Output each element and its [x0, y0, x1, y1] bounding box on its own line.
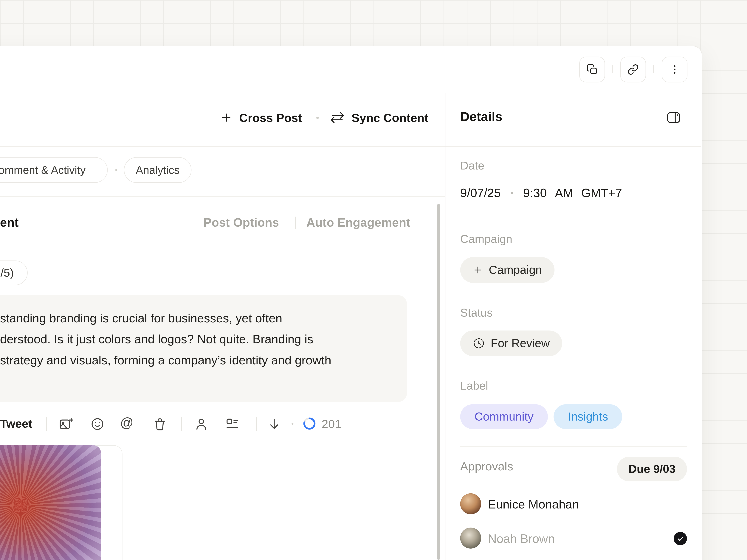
- add-campaign-label: Campaign: [489, 263, 542, 277]
- new-tweet-label[interactable]: Tweet: [0, 417, 32, 430]
- scheduled-date-value[interactable]: 9/07/25 9:30 AM GMT+7: [460, 186, 622, 200]
- thread-counter-pill: /5): [0, 260, 28, 285]
- cross-post-button[interactable]: Cross Post: [220, 106, 302, 130]
- approvals-label: Approvals: [460, 459, 513, 473]
- toolbar-separator: [46, 417, 47, 431]
- label-pill-insights[interactable]: Insights: [553, 404, 622, 429]
- clock-icon: [473, 337, 485, 349]
- toolbar-separator: [256, 417, 257, 431]
- timezone-value: GMT+7: [581, 186, 622, 200]
- due-date-badge[interactable]: Due 9/03: [617, 457, 687, 481]
- approver-name-eunice: Eunice Monahan: [488, 498, 579, 511]
- tweet-text-line: strategy and visuals, forming a company’…: [0, 349, 392, 370]
- content-header-separator: [295, 217, 295, 229]
- assign-user-button[interactable]: [195, 417, 208, 431]
- toolbar-dot-separator: [291, 423, 293, 425]
- plus-icon: [473, 265, 483, 275]
- tab-comment-activity-label: omment & Activity: [0, 163, 86, 177]
- due-date-text: Due 9/03: [628, 462, 676, 476]
- sync-arrows-icon: [330, 111, 345, 124]
- approver-name-noah: Noah Brown: [488, 532, 555, 545]
- button-separator: [653, 65, 654, 73]
- tweet-text-line: standing branding is crucial for busines…: [0, 308, 392, 328]
- trash-icon: [153, 417, 167, 431]
- tweet-text-line: derstood. Is it just colors and logos? N…: [0, 328, 392, 349]
- copy-icon: [586, 64, 598, 75]
- auto-engagement-tab[interactable]: Auto Engagement: [306, 216, 410, 230]
- button-separator: [612, 65, 613, 73]
- content-section-title: ent: [0, 215, 19, 230]
- character-count: 201: [321, 417, 341, 431]
- approvals-divider: [460, 446, 687, 447]
- plus-icon: [220, 111, 232, 124]
- canvas-grid-background: Cross Post Sync Content Details omment &…: [0, 0, 747, 560]
- header-dot-separator: [316, 117, 319, 119]
- campaign-label: Campaign: [460, 232, 512, 246]
- check-icon: [677, 535, 684, 542]
- date-value: 9/07/25: [460, 186, 501, 200]
- sync-content-button[interactable]: Sync Content: [330, 106, 428, 130]
- header-divider: [0, 146, 701, 147]
- character-progress: [303, 417, 316, 430]
- tab-analytics-label: Analytics: [136, 163, 180, 177]
- label-label: Label: [460, 379, 488, 392]
- mention-button[interactable]: @: [120, 415, 134, 430]
- thread-list-icon: [225, 417, 239, 431]
- progress-ring-icon: [303, 417, 316, 430]
- date-time-dot: [511, 192, 513, 194]
- toolbar-separator: [181, 417, 182, 431]
- emoji-button[interactable]: [91, 417, 104, 431]
- label-pill-community[interactable]: Community: [460, 404, 548, 429]
- move-down-icon: [267, 417, 281, 431]
- mention-icon: @: [120, 415, 134, 430]
- label-pill-community-text: Community: [474, 410, 534, 423]
- move-down-button[interactable]: [267, 417, 281, 431]
- tab-analytics[interactable]: Analytics: [124, 157, 191, 183]
- status-value: For Review: [491, 337, 550, 350]
- status-chip[interactable]: For Review: [460, 330, 562, 356]
- meridiem-value: AM: [555, 186, 573, 200]
- user-icon: [195, 417, 208, 431]
- approver-avatar-noah[interactable]: [460, 528, 481, 549]
- duplicate-button[interactable]: [579, 57, 605, 82]
- add-media-icon: [59, 417, 73, 431]
- label-pills-row: Community Insights: [460, 404, 622, 429]
- label-pill-insights-text: Insights: [568, 410, 608, 423]
- approved-check-badge: [674, 532, 687, 545]
- link-icon: [627, 64, 639, 75]
- panel-toggle-icon: [667, 111, 680, 124]
- content-scrollbar[interactable]: [437, 204, 440, 560]
- cross-post-label: Cross Post: [239, 111, 302, 125]
- emoji-icon: [91, 417, 104, 431]
- sync-content-label: Sync Content: [352, 111, 429, 125]
- time-value: 9:30: [523, 186, 547, 200]
- tweet-text-editor[interactable]: standing branding is crucial for busines…: [0, 295, 407, 402]
- delete-tweet-button[interactable]: [153, 417, 167, 431]
- approver-avatar-eunice[interactable]: [460, 494, 481, 514]
- tweet-media-thumbnail[interactable]: [0, 445, 101, 560]
- kebab-menu-icon: [669, 64, 680, 75]
- tabs-divider: [0, 196, 445, 197]
- panel-divider-vertical: [445, 93, 445, 560]
- tab-comment-activity[interactable]: omment & Activity: [0, 157, 108, 183]
- more-options-button[interactable]: [662, 57, 688, 82]
- post-options-tab[interactable]: Post Options: [203, 216, 279, 230]
- date-label: Date: [460, 159, 484, 172]
- details-panel-title: Details: [460, 110, 503, 124]
- thread-counter-label: /5): [1, 266, 14, 279]
- panel-toggle-button[interactable]: [665, 109, 682, 126]
- status-label: Status: [460, 306, 493, 319]
- tab-dot-separator: [115, 169, 117, 171]
- thread-numbering-button[interactable]: [225, 417, 239, 431]
- add-campaign-button[interactable]: Campaign: [460, 257, 554, 283]
- copy-link-button[interactable]: [620, 57, 646, 82]
- add-media-button[interactable]: [59, 417, 73, 431]
